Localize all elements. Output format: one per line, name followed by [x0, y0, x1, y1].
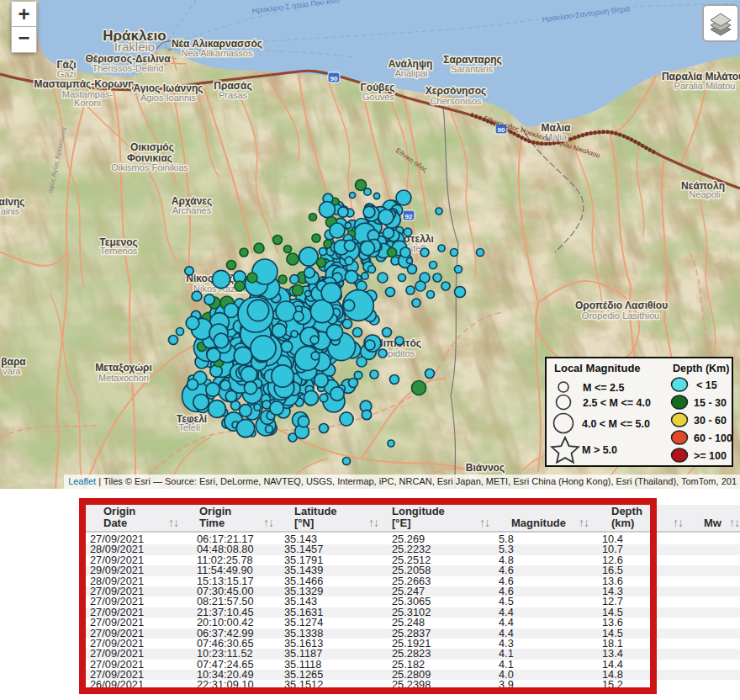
svg-text:Analipai: Analipai	[394, 68, 427, 78]
svg-text:92: 92	[405, 213, 413, 220]
svg-text:Βιάννος: Βιάννος	[466, 462, 505, 474]
svg-text:Μεταξοχώρι: Μεταξοχώρι	[95, 362, 152, 374]
svg-text:Οικισμός: Οικισμός	[130, 141, 174, 153]
svg-text:Paralia Milatou: Paralia Milatou	[674, 81, 736, 91]
svg-text:Sarantaris: Sarantaris	[451, 64, 494, 74]
svg-text:4.0 < M <= 5.0: 4.0 < M <= 5.0	[582, 418, 650, 430]
svg-text:vara: vara	[3, 366, 21, 376]
svg-text:Therissos-Deilind: Therissos-Deilind	[92, 63, 164, 73]
svg-text:Tefeli: Tefeli	[178, 422, 200, 432]
svg-text:Irakleio: Irakleio	[114, 40, 155, 54]
svg-text:Gouves: Gouves	[362, 92, 394, 102]
svg-text:Agios Ioannis: Agios Ioannis	[140, 93, 197, 103]
svg-text:Metaxochori: Metaxochori	[98, 373, 149, 383]
svg-text:Οροπέδιο Λασιθίου: Οροπέδιο Λασιθίου	[575, 300, 668, 311]
svg-text:Oropedio Lasithiou: Oropedio Lasithiou	[582, 310, 659, 321]
svg-text:Μασταμπάς-Κορωνη: Μασταμπάς-Κορωνη	[34, 78, 134, 90]
svg-text:Χερσόνησος: Χερσόνησος	[426, 85, 486, 97]
svg-text:Depth (Km): Depth (Km)	[673, 363, 729, 374]
svg-text:30 - 60: 30 - 60	[694, 415, 727, 427]
svg-text:90: 90	[330, 75, 338, 82]
svg-text:Neapoli: Neapoli	[689, 189, 720, 199]
svg-text:M <= 2.5: M <= 2.5	[583, 382, 624, 394]
svg-text:ainis: ainis	[1, 206, 20, 216]
svg-text:15 - 30: 15 - 30	[694, 397, 727, 409]
svg-text:M > 5.0: M > 5.0	[582, 444, 617, 456]
svg-text:< 15: < 15	[696, 379, 717, 391]
svg-text:Temenos: Temenos	[100, 246, 138, 256]
svg-text:Local Magnitude: Local Magnitude	[554, 362, 641, 374]
svg-text:Koroni: Koroni	[74, 98, 101, 108]
svg-text:>= 100: >= 100	[694, 450, 727, 462]
svg-text:60 - 100: 60 - 100	[694, 432, 732, 444]
svg-text:Nea Alikarnassos: Nea Alikarnassos	[182, 48, 253, 58]
svg-text:Oikismos Foinikias: Oikismos Foinikias	[111, 162, 188, 172]
svg-text:Chersonisos: Chersonisos	[430, 96, 482, 106]
svg-text:Archanes: Archanes	[172, 205, 212, 215]
svg-text:2.5 < M <= 4.0: 2.5 < M <= 4.0	[583, 397, 651, 409]
svg-text:Prasas: Prasas	[219, 90, 248, 100]
